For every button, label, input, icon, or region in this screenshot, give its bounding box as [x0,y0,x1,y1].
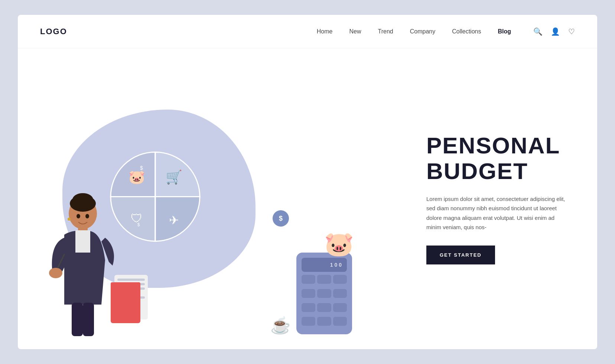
calc-btn [302,317,315,326]
person-illustration [44,193,122,342]
cta-button[interactable]: GET STARTED [426,246,495,264]
hero-description: Lorem ipsum dolor sit amet, consectetuer… [426,194,567,232]
svg-point-12 [49,268,62,278]
nav-item-collections[interactable]: Collections [452,28,481,35]
nav-item-blog[interactable]: Blog [498,28,511,35]
calc-display: 100 [302,258,347,272]
piggy-bank-icon: 🐷 [324,230,354,258]
calc-btn [302,289,315,298]
nav-item-trend[interactable]: Trend [378,28,393,35]
svg-text:$: $ [137,222,140,227]
calc-btn [317,317,331,326]
calc-buttons [302,275,347,329]
svg-point-10 [70,195,96,212]
coffee-cup-icon: ☕ [270,316,291,335]
coin-icon: $ [273,210,289,227]
heart-icon[interactable]: ♡ [568,27,575,36]
calc-btn [333,303,347,312]
svg-text:🛡: 🛡 [131,212,143,225]
calc-btn [302,303,315,312]
calc-btn [302,275,315,284]
svg-rect-14 [83,303,94,336]
navbar: LOGO Home New Trend Company Collections … [18,15,597,48]
svg-point-17 [68,218,71,221]
calc-btn [333,289,347,298]
svg-point-15 [77,214,80,218]
svg-text:$: $ [140,165,143,171]
nav-links: Home New Trend Company Collections Blog [317,28,511,35]
calc-btn [317,275,331,284]
calc-btn [333,317,347,326]
nav-item-home[interactable]: Home [317,28,333,35]
svg-text:✈: ✈ [169,214,179,227]
calculator: 100 [296,253,352,334]
svg-point-16 [85,214,89,218]
user-icon[interactable]: 👤 [551,27,560,36]
nav-item-company[interactable]: Company [410,28,435,35]
calc-btn [333,275,347,284]
main-content: 🐷 $ 🛒 🛡 $ ✈ [18,48,597,349]
illustration-area: 🐷 $ 🛒 🛡 $ ✈ [18,48,411,349]
calc-btn [317,289,331,298]
svg-rect-13 [72,303,83,336]
right-content: PENSONAL BUDGET Lorem ipsum dolor sit am… [411,48,597,349]
nav-icons: 🔍 👤 ♡ [533,27,575,36]
svg-text:🐷: 🐷 [128,169,145,185]
hero-title: PENSONAL BUDGET [426,133,567,183]
calc-btn [317,303,331,312]
logo: LOGO [40,27,67,36]
nav-item-new[interactable]: New [349,28,361,35]
page-wrapper: LOGO Home New Trend Company Collections … [18,15,597,349]
search-icon[interactable]: 🔍 [533,27,543,36]
svg-text:🛒: 🛒 [166,169,182,185]
